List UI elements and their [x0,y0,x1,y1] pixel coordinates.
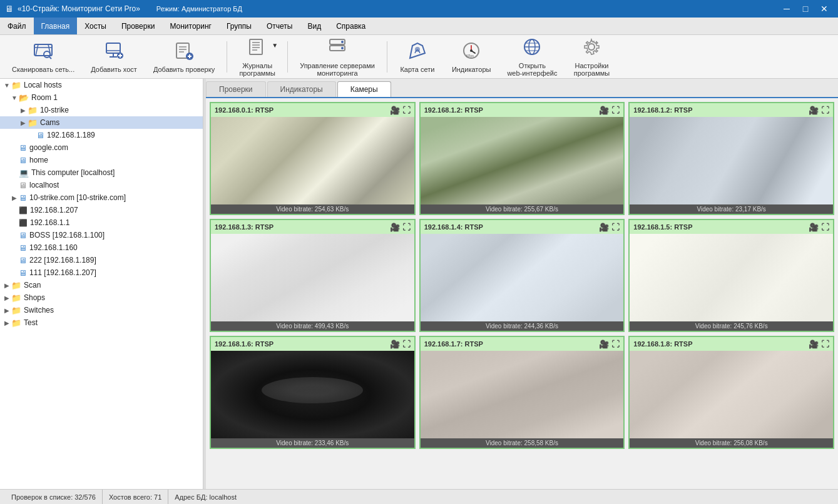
camera-video-5[interactable] [421,234,624,321]
222-label: 222 [192.168.1.189] [29,256,96,265]
camera-fullscreen-icon-9[interactable]: ⛶ [821,340,829,349]
sidebar-item-home[interactable]: 🖥 home [0,154,203,166]
menu-item-view[interactable]: Вид [300,18,329,34]
camera-icons-4: 🎥 ⛶ [390,223,411,232]
tab-indicators[interactable]: Индикаторы [267,81,336,97]
menu-item-monitoring[interactable]: Мониторинг [162,18,219,34]
add-host-button[interactable]: Добавить хост [84,39,144,75]
minimize-button[interactable]: ─ [778,3,795,15]
camera-fullscreen-icon-3[interactable]: ⛶ [821,106,829,115]
camera-video-6[interactable] [630,234,833,321]
camera-cell-8[interactable]: 192.168.1.7: RTSP 🎥 ⛶ Video bitrate: 258… [419,336,625,449]
camera-footer-3: Video bitrate: 23,17 KB/s [630,204,833,214]
sidebar-item-10strike[interactable]: ▶ 📁 10-strike [0,104,203,116]
camera-fullscreen-icon-5[interactable]: ⛶ [611,223,620,232]
sidebar-item-ip207[interactable]: ⬛ 192.168.1.207 [0,204,203,216]
settings-button[interactable]: Настройки программы [566,39,616,75]
monitor-icon-google: 🖥 [19,143,27,153]
camera-cell-4[interactable]: 192.168.1.3: RTSP 🎥 ⛶ Video bitrate: 499… [210,219,416,332]
menu-item-checks[interactable]: Проверки [114,18,163,34]
camera-video-7[interactable] [211,351,414,438]
sidebar-scroll[interactable]: ▼ 📁 Local hosts ▼ 📂 Room 1 ▶ 📁 10-strike… [0,79,203,489]
camera-video-9[interactable] [630,351,833,438]
tree-arrow-10strike-com: ▶ [10,194,19,201]
camera-video-3[interactable] [630,117,833,204]
tree-arrow-shops: ▶ [3,295,11,301]
app-icon: 🖥 [5,4,14,14]
add-check-button[interactable]: Добавить проверку [146,39,222,75]
scan-network-button[interactable]: Сканировать сеть... [5,39,81,75]
sidebar-item-google[interactable]: 🖥 google.com [0,141,203,154]
svg-point-27 [341,41,344,43]
camera-cell-3[interactable]: 192.168.1.2: RTSP 🎥 ⛶ Video bitrate: 23,… [628,102,834,215]
camera-video-8[interactable] [421,351,624,438]
camera-cell-7[interactable]: 192.168.1.6: RTSP 🎥 ⛶ Video bitrate: 233… [210,336,416,449]
camera-fullscreen-icon-2[interactable]: ⛶ [611,106,620,115]
menu-bar: Файл Главная Хосты Проверки Мониторинг Г… [0,18,838,35]
camera-fullscreen-icon-4[interactable]: ⛶ [402,223,411,232]
camera-footer-9: Video bitrate: 256,08 KB/s [630,438,833,448]
open-web-button[interactable]: Открыть web-интерфейс [500,39,564,75]
menu-item-groups[interactable]: Группы [219,18,259,34]
camera-fullscreen-icon-8[interactable]: ⛶ [611,340,620,349]
camera-image-4 [211,234,414,321]
network-map-button[interactable]: Карта сети [392,39,442,75]
sidebar-item-room1[interactable]: ▼ 📂 Room 1 [0,91,203,104]
camera-header-2: 192.168.1.2: RTSP 🎥 ⛶ [421,103,624,117]
menu-item-reports[interactable]: Отчеты [259,18,300,34]
toolbar-separator-3 [387,41,387,73]
camera-cell-2[interactable]: 192.168.1.2: RTSP 🎥 ⛶ Video bitrate: 255… [419,102,625,215]
manage-servers-label: Управление серверами мониторинга [300,62,375,77]
camera-header-6: 192.168.1.5: RTSP 🎥 ⛶ [630,220,833,234]
close-button[interactable]: ✕ [815,3,833,15]
camera-title-6: 192.168.1.5: RTSP [633,223,692,231]
sidebar-item-test[interactable]: ▶ 📁 Test [0,316,203,329]
sidebar-item-10strike-com[interactable]: ▶ 🖥 10-strike.com [10-strike.com] [0,191,203,204]
sidebar-item-switches[interactable]: ▶ 📁 Switches [0,304,203,316]
car-shape [262,377,363,403]
svg-point-4 [44,51,50,58]
sidebar-item-this-computer[interactable]: 💻 This computer [localhost] [0,166,203,179]
this-computer-label: This computer [localhost] [31,168,115,177]
sidebar-item-ip1[interactable]: ⬛ 192.168.1.1 [0,216,203,229]
menu-item-help[interactable]: Справка [329,18,373,34]
main-layout: ▼ 📁 Local hosts ▼ 📂 Room 1 ▶ 📁 10-strike… [0,79,838,489]
menu-item-file[interactable]: Файл [0,18,34,34]
sidebar-item-local-hosts[interactable]: ▼ 📁 Local hosts [0,79,203,91]
menu-item-home[interactable]: Главная [34,18,78,34]
journals-arrow[interactable]: ▼ [272,42,278,49]
camera-video-4[interactable] [211,234,414,321]
camera-cell-6[interactable]: 192.168.1.5: RTSP 🎥 ⛶ Video bitrate: 245… [628,219,834,332]
manage-servers-button[interactable]: Управление серверами мониторинга [293,39,382,75]
sidebar-item-ip189[interactable]: 🖥 192.168.1.189 [0,129,203,141]
sidebar-item-ip160[interactable]: 🖥 192.168.1.160 [0,241,203,254]
camera-fullscreen-icon-6[interactable]: ⛶ [821,223,829,232]
sidebar-item-cams[interactable]: ▶ 📁 Cams [0,116,203,129]
sidebar-item-scan[interactable]: ▶ 📁 Scan [0,279,203,291]
sidebar-item-222[interactable]: 🖥 222 [192.168.1.189] [0,254,203,266]
camera-cell-1[interactable]: 192.168.0.1: RTSP 🎥 ⛶ Video bitrate: 254… [210,102,416,215]
sidebar-item-boss[interactable]: 🖥 BOSS [192.168.1.100] [0,229,203,241]
camera-fullscreen-icon-7[interactable]: ⛶ [402,340,411,349]
local-hosts-label: Local hosts [24,81,62,89]
camera-video-2[interactable] [421,117,624,204]
menu-item-hosts[interactable]: Хосты [77,18,114,34]
tab-cameras[interactable]: Камеры [337,81,391,97]
sidebar-item-111[interactable]: 🖥 111 [192.168.1.207] [0,266,203,279]
journals-label: Журналы программы [239,62,275,77]
app-title: «10-Страйк: Мониторинг Сети Pro» [18,4,140,13]
camera-footer-8: Video bitrate: 258,58 KB/s [421,438,624,448]
sidebar-item-shops[interactable]: ▶ 📁 Shops [0,291,203,304]
indicators-button[interactable]: KBps Индикаторы [445,39,498,75]
camera-video-1[interactable] [211,117,414,204]
ip207-label: 192.168.1.207 [30,206,78,214]
journals-button[interactable]: Журналы программы ▼ [232,39,282,75]
maximize-button[interactable]: □ [797,3,814,15]
camera-fullscreen-icon-1[interactable]: ⛶ [402,106,411,115]
camera-icons-5: 🎥 ⛶ [599,223,620,232]
camera-cell-9[interactable]: 192.168.1.8: RTSP 🎥 ⛶ Video bitrate: 256… [628,336,834,449]
folder-icon-shops: 📁 [11,293,21,303]
tab-checks[interactable]: Проверки [206,81,266,97]
sidebar-item-localhost[interactable]: 🖥 localhost [0,179,203,191]
camera-cell-5[interactable]: 192.168.1.4: RTSP 🎥 ⛶ Video bitrate: 244… [419,219,625,332]
